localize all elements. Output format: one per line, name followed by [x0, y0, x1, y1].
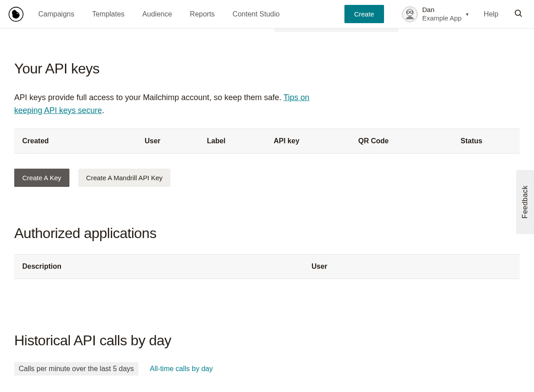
api-keys-table-header: Created User Label API key QR Code Statu…: [14, 129, 520, 154]
nav-content-studio[interactable]: Content Studio: [233, 10, 280, 18]
svg-point-10: [515, 10, 521, 15]
user-text: Dan Example App: [422, 6, 461, 23]
feedback-tab[interactable]: Feedback: [516, 170, 534, 234]
authorized-table-header: Description User: [14, 254, 520, 279]
api-keys-desc-suffix: .: [102, 106, 104, 115]
nav-campaigns[interactable]: Campaigns: [38, 10, 74, 18]
section-authorized-apps: Authorized applications Description User: [14, 225, 520, 279]
tab-calls-per-minute[interactable]: Calls per minute over the last 5 days: [14, 362, 138, 376]
user-app: Example App: [422, 14, 461, 23]
chevron-down-icon: ▾: [466, 11, 469, 17]
feedback-label: Feedback: [521, 186, 529, 218]
col-label: Label: [207, 137, 274, 145]
col-created: Created: [22, 137, 145, 145]
api-keys-heading: Your API keys: [14, 61, 520, 77]
historical-heading: Historical API calls by day: [14, 332, 520, 349]
col-description: Description: [22, 263, 312, 271]
create-button[interactable]: Create: [344, 5, 384, 23]
historical-tabs: Calls per minute over the last 5 days Al…: [14, 362, 520, 376]
authorized-heading: Authorized applications: [14, 225, 520, 242]
svg-point-6: [406, 9, 413, 16]
content: Your API keys API keys provide full acce…: [0, 61, 534, 376]
section-api-keys: Your API keys API keys provide full acce…: [14, 61, 520, 187]
svg-line-11: [520, 14, 522, 16]
col-user-auth: User: [312, 263, 512, 271]
api-keys-description: API keys provide full access to your Mai…: [14, 91, 326, 117]
account-menu[interactable]: Dan Example App ▾: [391, 6, 469, 23]
main-nav: Campaigns Templates Audience Reports Con…: [38, 10, 279, 18]
nav-templates[interactable]: Templates: [92, 10, 125, 18]
search-icon[interactable]: [514, 8, 523, 20]
api-keys-buttons: Create A Key Create A Mandrill API Key: [14, 169, 520, 187]
create-key-button[interactable]: Create A Key: [14, 169, 69, 187]
col-user: User: [145, 137, 207, 145]
nav-audience[interactable]: Audience: [142, 10, 172, 18]
topbar-right: Create Dan Example App ▾ Help: [344, 5, 523, 23]
user-name: Dan: [422, 6, 461, 14]
avatar-icon: [402, 6, 417, 22]
svg-point-3: [17, 13, 18, 13]
faint-overlay: [274, 28, 399, 32]
topbar: Campaigns Templates Audience Reports Con…: [0, 0, 534, 28]
svg-point-4: [19, 13, 20, 13]
col-qrcode: QR Code: [358, 137, 461, 145]
nav-reports[interactable]: Reports: [190, 10, 215, 18]
help-link[interactable]: Help: [484, 10, 498, 18]
avatar: [402, 6, 418, 22]
tab-all-time[interactable]: All-time calls by day: [150, 365, 213, 373]
brand-logo[interactable]: [7, 5, 25, 23]
col-status: Status: [461, 137, 512, 145]
col-apikey: API key: [274, 137, 358, 145]
section-historical: Historical API calls by day Calls per mi…: [14, 332, 520, 376]
create-mandrill-button[interactable]: Create A Mandrill API Key: [78, 169, 171, 187]
mailchimp-logo-icon: [8, 6, 24, 23]
api-keys-desc-prefix: API keys provide full access to your Mai…: [14, 93, 283, 102]
